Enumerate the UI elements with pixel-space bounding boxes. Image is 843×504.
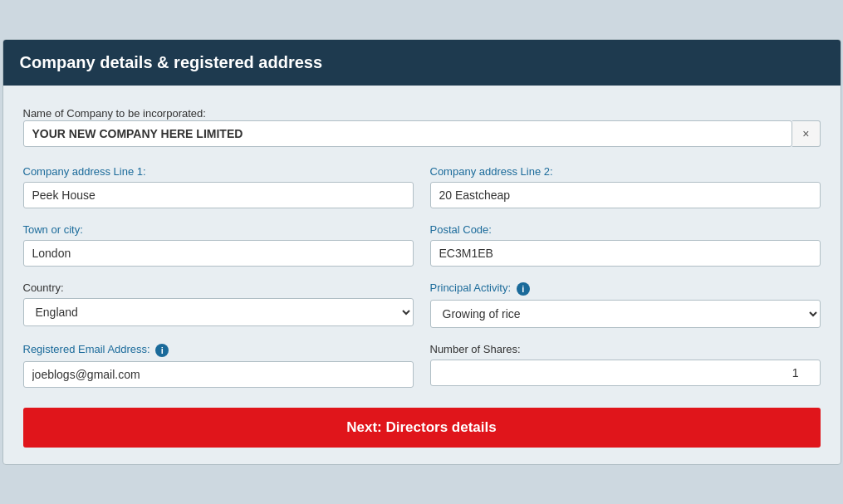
card-header: Company details & registered address xyxy=(3,40,841,86)
address-row: Company address Line 1: Company address … xyxy=(23,165,821,208)
email-input[interactable] xyxy=(23,361,414,388)
address-line2-input[interactable] xyxy=(430,182,821,208)
country-label: Country: xyxy=(23,281,414,294)
clear-company-name-button[interactable]: × xyxy=(792,120,820,147)
address-line1-label: Company address Line 1: xyxy=(23,165,414,178)
shares-input[interactable] xyxy=(430,360,821,386)
town-city-label: Town or city: xyxy=(23,223,414,236)
country-group: Country: England Scotland Wales Northern… xyxy=(23,281,414,328)
postal-code-input[interactable] xyxy=(430,240,821,267)
address-line1-group: Company address Line 1: xyxy=(23,165,414,208)
clear-icon: × xyxy=(802,127,809,140)
principal-activity-group: Principal Activity: i Growing of rice Gr… xyxy=(430,281,821,328)
address-line1-input[interactable] xyxy=(23,182,414,208)
town-city-group: Town or city: xyxy=(23,223,414,267)
next-button[interactable]: Next: Directors details xyxy=(23,408,821,448)
town-postal-row: Town or city: Postal Code: xyxy=(23,223,821,267)
address-line2-group: Company address Line 2: xyxy=(430,165,821,208)
company-name-label: Name of Company to be incorporated: xyxy=(23,107,206,120)
principal-activity-select[interactable]: Growing of rice Growing of cereals Growi… xyxy=(430,300,821,328)
shares-label: Number of Shares: xyxy=(430,343,821,355)
email-label: Registered Email Address: i xyxy=(23,343,414,357)
card-body: Name of Company to be incorporated: × Co… xyxy=(3,86,841,463)
town-city-input[interactable] xyxy=(23,240,414,267)
principal-activity-label: Principal Activity: i xyxy=(430,281,821,296)
email-group: Registered Email Address: i xyxy=(23,343,414,388)
company-form-card: Company details & registered address Nam… xyxy=(2,39,841,464)
country-select[interactable]: England Scotland Wales Northern Ireland xyxy=(23,298,414,326)
shares-group: Number of Shares: xyxy=(430,343,821,388)
country-activity-row: Country: England Scotland Wales Northern… xyxy=(23,281,821,328)
email-info-icon[interactable]: i xyxy=(155,344,169,357)
postal-code-label: Postal Code: xyxy=(430,223,821,236)
company-name-section: Name of Company to be incorporated: × xyxy=(23,105,821,147)
principal-activity-info-icon[interactable]: i xyxy=(517,282,530,296)
address-line2-label: Company address Line 2: xyxy=(430,165,821,178)
company-name-input[interactable] xyxy=(23,120,793,147)
email-shares-row: Registered Email Address: i Number of Sh… xyxy=(23,343,821,388)
company-name-row: × xyxy=(23,120,821,147)
postal-code-group: Postal Code: xyxy=(430,223,821,267)
card-title: Company details & registered address xyxy=(20,53,323,71)
